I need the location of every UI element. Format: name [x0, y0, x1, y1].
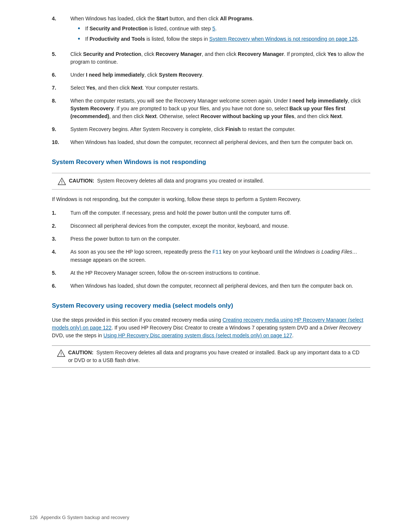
section-1: System Recovery when Windows is not resp… — [52, 157, 370, 290]
step-6-content: Under I need help immediately, click Sys… — [70, 71, 370, 79]
s1-step-5-content: At the HP Recovery Manager screen, follo… — [70, 269, 370, 277]
s1-step-4-content: As soon as you see the HP logo screen, r… — [70, 248, 370, 264]
s1-step-3: 3. Press the power button to turn on the… — [52, 235, 370, 243]
top-steps-list: 4. When Windows has loaded, click the St… — [52, 15, 370, 146]
bullet-dot-2: • — [78, 35, 85, 43]
step-8-number: 8. — [52, 97, 70, 105]
section-1-intro: If Windows is not responding, but the co… — [52, 195, 370, 203]
step-10-content: When Windows has loaded, shut down the c… — [70, 138, 370, 146]
s1-step-1: 1. Turn off the computer. If necessary, … — [52, 209, 370, 217]
step-9-content: System Recovery begins. After System Rec… — [70, 126, 370, 133]
step-7-content: Select Yes, and then click Next. Your co… — [70, 84, 370, 92]
step-6: 6. Under I need help immediately, click … — [52, 71, 370, 79]
section-2-caution-box: ! CAUTION: System Recovery deletes all d… — [52, 345, 370, 368]
bullet-4-2-text: If Productivity and Tools is listed, fol… — [85, 35, 359, 43]
step5-link[interactable]: 5 — [212, 26, 215, 31]
s1-step-4-number: 4. — [52, 248, 70, 256]
section-1-caution-text: CAUTION: System Recovery deletes all dat… — [69, 177, 264, 185]
s1-step-5-number: 5. — [52, 269, 70, 277]
s1-step-4: 4. As soon as you see the HP logo screen… — [52, 248, 370, 264]
caution-triangle-icon: ! — [58, 177, 66, 185]
s1-step-2-content: Disconnect all peripheral devices from t… — [70, 222, 370, 230]
s1-step-5: 5. At the HP Recovery Manager screen, fo… — [52, 269, 370, 277]
s1-step-1-content: Turn off the computer. If necessary, pre… — [70, 209, 370, 217]
s1-step-3-number: 3. — [52, 235, 70, 243]
page-number: 126 — [30, 514, 38, 521]
caution-triangle-icon-2: ! — [57, 349, 65, 357]
step-4-bullets: • If Security and Protection is listed, … — [78, 25, 370, 43]
footer: 126 Appendix G System backup and recover… — [30, 514, 370, 521]
caution-label: CAUTION: — [69, 178, 94, 184]
creating-recovery-media-link[interactable]: Creating recovery media using HP Recover… — [52, 317, 363, 331]
f11-key: F11 — [212, 249, 221, 255]
s1-step-6-number: 6. — [52, 282, 70, 290]
bullet-dot: • — [78, 25, 85, 33]
step-8-content: When the computer restarts, you will see… — [70, 97, 370, 120]
using-hp-recovery-link[interactable]: Using HP Recovery Disc operating system … — [103, 332, 292, 338]
step-8: 8. When the computer restarts, you will … — [52, 97, 370, 120]
s1-step-3-content: Press the power button to turn on the co… — [70, 235, 370, 243]
driver-recovery-italic: Driver Recovery — [324, 325, 361, 331]
s1-step-2: 2. Disconnect all peripheral devices fro… — [52, 222, 370, 230]
section-2-caution-text: CAUTION: System Recovery deletes all dat… — [68, 349, 365, 364]
step-4: 4. When Windows has loaded, click the St… — [52, 15, 370, 45]
step-6-number: 6. — [52, 71, 70, 79]
step-9-number: 9. — [52, 126, 70, 133]
step-5: 5. Click Security and Protection, click … — [52, 50, 370, 66]
s1-step-1-number: 1. — [52, 209, 70, 217]
step-9: 9. System Recovery begins. After System … — [52, 126, 370, 133]
svg-text:!: ! — [60, 352, 62, 356]
step-7: 7. Select Yes, and then click Next. Your… — [52, 84, 370, 92]
step-4-number: 4. — [52, 15, 70, 23]
step-10-number: 10. — [52, 138, 70, 146]
s1-step-6: 6. When Windows has loaded, shut down th… — [52, 282, 370, 290]
step-5-content: Click Security and Protection, click Rec… — [70, 50, 370, 66]
loading-text: Windows is Loading Files… — [294, 249, 357, 255]
step-4-content: When Windows has loaded, click the Start… — [70, 15, 370, 45]
section-1-steps: 1. Turn off the computer. If necessary, … — [52, 209, 370, 290]
caution-label-2: CAUTION: — [68, 349, 93, 355]
section-1-caution-box: ! CAUTION: System Recovery deletes all d… — [52, 173, 370, 190]
section-2-intro: Use the steps provided in this section i… — [52, 316, 370, 339]
section-1-heading: System Recovery when Windows is not resp… — [52, 157, 370, 167]
step-10: 10. When Windows has loaded, shut down t… — [52, 138, 370, 146]
main-content: 4. When Windows has loaded, click the St… — [52, 15, 370, 368]
s1-step-6-content: When Windows has loaded, shut down the c… — [70, 282, 370, 290]
footer-text: Appendix G System backup and recovery — [41, 514, 129, 521]
sysrecovery-link[interactable]: System Recovery when Windows is not resp… — [209, 36, 357, 42]
step-5-number: 5. — [52, 50, 70, 58]
s1-step-2-number: 2. — [52, 222, 70, 230]
section-2: System Recovery using recovery media (se… — [52, 301, 370, 368]
step-7-number: 7. — [52, 84, 70, 92]
bullet-4-2: • If Productivity and Tools is listed, f… — [78, 35, 370, 43]
bullet-4-1-text: If Security and Protection is listed, co… — [85, 25, 217, 33]
bullet-4-1: • If Security and Protection is listed, … — [78, 25, 370, 33]
section-2-heading: System Recovery using recovery media (se… — [52, 301, 370, 311]
svg-text:!: ! — [61, 180, 63, 184]
page: 4. When Windows has loaded, click the St… — [0, 0, 400, 532]
